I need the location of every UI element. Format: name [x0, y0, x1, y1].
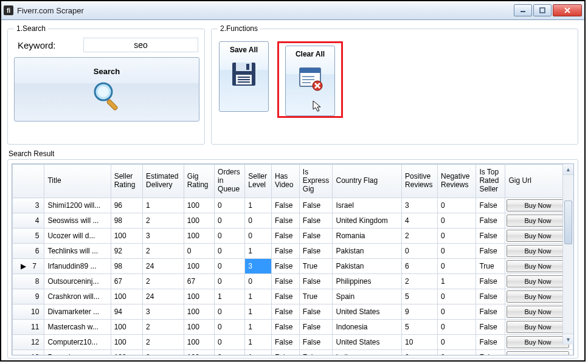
table-row[interactable]: 5Ucozer will d...100310000FalseFalseRoma…	[13, 228, 573, 244]
cell-top[interactable]: False	[476, 274, 505, 289]
cell-seller_rating[interactable]: 67	[111, 274, 142, 289]
cell-gig_rating[interactable]: 67	[184, 274, 214, 289]
cell-orders[interactable]: 0	[215, 244, 245, 259]
cell-est[interactable]: 24	[143, 259, 184, 274]
cell-title[interactable]: Ucozer will d...	[44, 228, 111, 244]
search-button[interactable]: Search	[14, 57, 199, 122]
cell-level[interactable]: 1	[245, 350, 272, 356]
col-header[interactable]: Seller Level	[245, 165, 272, 198]
save-all-button[interactable]: Save All	[219, 41, 269, 112]
row-number[interactable]: 12	[13, 335, 44, 350]
cell-pos[interactable]: 10	[402, 335, 438, 350]
cell-gig_rating[interactable]: 100	[184, 213, 214, 228]
cell-country[interactable]: Israel	[333, 198, 402, 213]
cell-pos[interactable]: 3	[402, 198, 438, 213]
row-number[interactable]: 13	[13, 350, 44, 356]
cell-pos[interactable]: 6	[402, 259, 438, 274]
cell-title[interactable]: Shimi1200 will...	[44, 198, 111, 213]
cell-neg[interactable]: 0	[438, 198, 476, 213]
cell-express[interactable]: False	[299, 198, 333, 213]
cell-level[interactable]: 1	[245, 320, 272, 335]
cell-est[interactable]: 3	[143, 228, 184, 244]
scroll-up-arrow[interactable]: ▲	[563, 164, 573, 175]
cell-express[interactable]: False	[299, 244, 333, 259]
cell-est[interactable]: 24	[143, 289, 184, 304]
cell-gig_rating[interactable]: 100	[184, 228, 214, 244]
cell-video[interactable]: False	[271, 289, 299, 304]
cell-seller_rating[interactable]: 100	[111, 289, 142, 304]
cell-gig_rating[interactable]: 100	[184, 350, 214, 356]
cell-orders[interactable]: 0	[215, 335, 245, 350]
col-header[interactable]: Is Express Gig	[299, 165, 333, 198]
row-number[interactable]: ▶ 7	[13, 259, 44, 274]
cell-top[interactable]: False	[476, 213, 505, 228]
buy-now-button[interactable]: Buy Now	[507, 321, 569, 333]
cell-top[interactable]: False	[476, 304, 505, 320]
results-grid[interactable]: TitleSeller RatingEstimated DeliveryGig …	[12, 163, 574, 355]
cell-top[interactable]: False	[476, 228, 505, 244]
row-number[interactable]: 6	[13, 244, 44, 259]
cell-orders[interactable]: 0	[215, 259, 245, 274]
cell-video[interactable]: False	[271, 259, 299, 274]
col-header[interactable]: Orders in Queue	[215, 165, 245, 198]
row-number[interactable]: 11	[13, 320, 44, 335]
cell-country[interactable]: Indonesia	[333, 320, 402, 335]
cell-orders[interactable]: 0	[215, 274, 245, 289]
buy-now-button[interactable]: Buy Now	[507, 336, 569, 348]
cell-top[interactable]: False	[476, 289, 505, 304]
cell-seller_rating[interactable]: 98	[111, 259, 142, 274]
row-number[interactable]: 4	[13, 213, 44, 228]
cell-video[interactable]: False	[271, 244, 299, 259]
cell-neg[interactable]: 0	[438, 289, 476, 304]
cell-seller_rating[interactable]: 100	[111, 320, 142, 335]
cell-pos[interactable]: 5	[402, 320, 438, 335]
cell-est[interactable]: 2	[143, 320, 184, 335]
cell-express[interactable]: True	[299, 259, 333, 274]
buy-now-button[interactable]: Buy Now	[507, 351, 569, 355]
cell-orders[interactable]: 0	[215, 320, 245, 335]
cell-neg[interactable]: 0	[438, 304, 476, 320]
cell-video[interactable]: False	[271, 198, 299, 213]
maximize-button[interactable]	[533, 4, 552, 16]
row-number[interactable]: 8	[13, 274, 44, 289]
buy-now-button[interactable]: Buy Now	[507, 245, 569, 257]
cell-level[interactable]: 0	[245, 274, 272, 289]
cell-express[interactable]: False	[299, 335, 333, 350]
cell-video[interactable]: False	[271, 213, 299, 228]
cell-level[interactable]: 1	[245, 304, 272, 320]
cell-country[interactable]: Romania	[333, 228, 402, 244]
cell-express[interactable]: False	[299, 304, 333, 320]
col-header[interactable]: Title	[44, 165, 111, 198]
cell-neg[interactable]: 0	[438, 335, 476, 350]
cell-country[interactable]: Pakistan	[333, 244, 402, 259]
cell-est[interactable]: 2	[143, 274, 184, 289]
cell-neg[interactable]: 0	[438, 244, 476, 259]
scroll-down-arrow[interactable]: ▼	[563, 334, 573, 345]
cell-gig_rating[interactable]: 100	[184, 198, 214, 213]
cell-country[interactable]: United States	[333, 304, 402, 320]
cell-neg[interactable]: 0	[438, 213, 476, 228]
cell-express[interactable]: True	[299, 289, 333, 304]
scroll-thumb[interactable]	[564, 201, 572, 244]
cell-gig_rating[interactable]: 100	[184, 335, 214, 350]
cell-express[interactable]: False	[299, 228, 333, 244]
cell-title[interactable]: Mastercash w...	[44, 320, 111, 335]
table-row[interactable]: 11Mastercash w...100210001FalseFalseIndo…	[13, 320, 573, 335]
cell-pos[interactable]: 2	[402, 228, 438, 244]
buy-now-button[interactable]: Buy Now	[507, 306, 569, 318]
cell-est[interactable]: 3	[143, 304, 184, 320]
cell-gig_rating[interactable]: 0	[184, 244, 214, 259]
col-header[interactable]: Seller Rating	[111, 165, 142, 198]
cell-country[interactable]: Spain	[333, 289, 402, 304]
row-header-col[interactable]	[13, 165, 44, 198]
cell-pos[interactable]: 0	[402, 244, 438, 259]
cell-video[interactable]: False	[271, 320, 299, 335]
col-header[interactable]: Positive Reviews	[402, 165, 438, 198]
cell-neg[interactable]: 1	[438, 274, 476, 289]
cell-pos[interactable]: 9	[402, 304, 438, 320]
cell-top[interactable]: True	[476, 259, 505, 274]
cell-gig_rating[interactable]: 100	[184, 304, 214, 320]
row-number[interactable]: 5	[13, 228, 44, 244]
row-number[interactable]: 3	[13, 198, 44, 213]
cell-level[interactable]: 1	[245, 289, 272, 304]
